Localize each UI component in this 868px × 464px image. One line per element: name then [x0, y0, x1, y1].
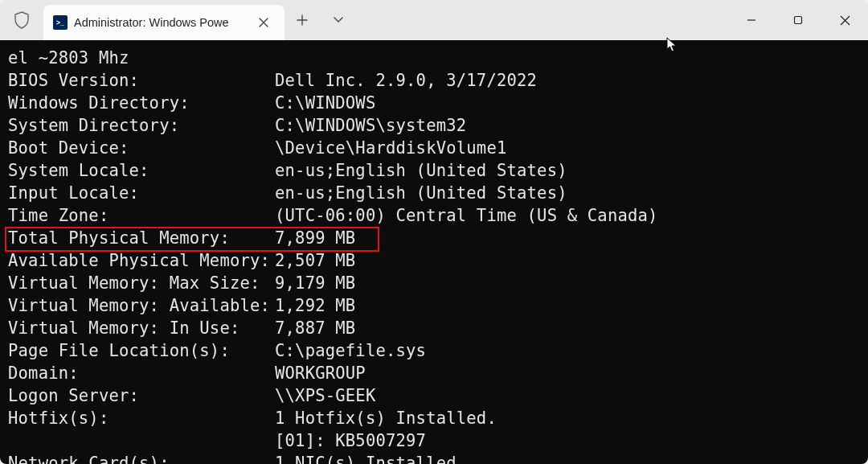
sysinfo-value: \\XPS-GEEK — [275, 384, 375, 407]
sysinfo-value: (UTC-06:00) Central Time (US & Canada) — [275, 204, 658, 227]
sysinfo-label: Virtual Memory: In Use: — [8, 317, 275, 339]
terminal-line: Virtual Memory: In Use:7,887 MB — [8, 317, 860, 339]
terminal-line: Domain:WORKGROUP — [8, 362, 860, 384]
terminal-output[interactable]: el ~2803 MhzBIOS Version:Dell Inc. 2.9.0… — [0, 40, 868, 464]
terminal-line: System Locale:en-us;English (United Stat… — [8, 159, 860, 182]
window-controls — [728, 0, 868, 40]
sysinfo-value: C:\WINDOWS — [275, 92, 375, 114]
terminal-line: Hotfix(s):1 Hotfix(s) Installed. — [8, 407, 860, 429]
sysinfo-value: 1 NIC(s) Installed. — [275, 452, 466, 464]
sysinfo-value: 1 Hotfix(s) Installed. — [275, 407, 497, 429]
plus-icon — [297, 14, 308, 26]
terminal-line: Boot Device:\Device\HarddiskVolume1 — [8, 137, 860, 159]
sysinfo-value: 2,507 MB — [275, 249, 355, 272]
terminal-line: Input Locale:en-us;English (United State… — [8, 182, 860, 204]
sysinfo-value: C:\WINDOWS\system32 — [275, 114, 466, 137]
tab-dropdown-button[interactable] — [321, 17, 356, 23]
sysinfo-label: Virtual Memory: Available: — [8, 294, 275, 317]
close-icon — [259, 18, 268, 27]
minimize-icon — [747, 15, 756, 25]
sysinfo-label: Time Zone: — [8, 204, 275, 227]
sysinfo-label: BIOS Version: — [8, 69, 275, 92]
tab-active[interactable]: >_ Administrator: Windows Powe — [43, 5, 285, 40]
terminal-line: Page File Location(s):C:\pagefile.sys — [8, 339, 860, 362]
terminal-line: Virtual Memory: Available:1,292 MB — [8, 294, 860, 317]
terminal-line: Network Card(s):1 NIC(s) Installed. — [8, 452, 860, 464]
svg-rect-0 — [795, 17, 802, 24]
chevron-down-icon — [334, 17, 343, 23]
sysinfo-label: Boot Device: — [8, 137, 275, 159]
sysinfo-label: Logon Server: — [8, 384, 275, 407]
sysinfo-value: WORKGROUP — [275, 362, 366, 384]
maximize-button[interactable] — [775, 0, 821, 40]
sysinfo-label: Windows Directory: — [8, 92, 275, 114]
sysinfo-label: Virtual Memory: Max Size: — [8, 272, 275, 294]
sysinfo-label: System Directory: — [8, 114, 275, 137]
sysinfo-label: Hotfix(s): — [8, 407, 275, 429]
sysinfo-value: \Device\HarddiskVolume1 — [275, 137, 506, 159]
sysinfo-value: Dell Inc. 2.9.0, 3/17/2022 — [275, 69, 537, 92]
sysinfo-label: Input Locale: — [8, 182, 275, 204]
terminal-line: Virtual Memory: Max Size:9,179 MB — [8, 272, 860, 294]
close-icon — [840, 15, 850, 26]
sysinfo-value: en-us;English (United States) — [275, 182, 567, 204]
tab-close-button[interactable] — [252, 11, 275, 34]
terminal-line: el ~2803 Mhz — [8, 47, 860, 69]
terminal-line: Total Physical Memory:7,899 MB — [8, 227, 860, 249]
sysinfo-label: Domain: — [8, 362, 275, 384]
sysinfo-label: Network Card(s): — [8, 452, 275, 464]
sysinfo-value: [01]: KB5007297 — [275, 429, 426, 452]
terminal-line: BIOS Version:Dell Inc. 2.9.0, 3/17/2022 — [8, 69, 860, 92]
sysinfo-value: 7,899 MB — [275, 227, 355, 249]
new-tab-button[interactable] — [285, 14, 320, 26]
powershell-icon: >_ — [53, 15, 68, 30]
terminal-line: System Directory:C:\WINDOWS\system32 — [8, 114, 860, 137]
shield-icon — [0, 11, 43, 29]
minimize-button[interactable] — [728, 0, 775, 40]
terminal-line: [01]: KB5007297 — [8, 429, 860, 452]
sysinfo-label: Page File Location(s): — [8, 339, 275, 362]
sysinfo-value: 7,887 MB — [275, 317, 355, 339]
sysinfo-value: C:\pagefile.sys — [275, 339, 426, 362]
titlebar-left: >_ Administrator: Windows Powe — [0, 0, 356, 40]
terminal-line: Logon Server:\\XPS-GEEK — [8, 384, 860, 407]
maximize-icon — [793, 15, 803, 25]
sysinfo-value: 9,179 MB — [275, 272, 355, 294]
titlebar[interactable]: >_ Administrator: Windows Powe — [0, 0, 868, 40]
window-close-button[interactable] — [821, 0, 868, 40]
sysinfo-label — [8, 429, 275, 452]
mouse-cursor-icon — [666, 37, 679, 53]
terminal-line: Time Zone:(UTC-06:00) Central Time (US &… — [8, 204, 860, 227]
sysinfo-label: Available Physical Memory: — [8, 249, 275, 272]
terminal-line: Windows Directory:C:\WINDOWS — [8, 92, 860, 114]
sysinfo-value: en-us;English (United States) — [275, 159, 567, 182]
sysinfo-label: Total Physical Memory: — [8, 227, 275, 249]
tab-title: Administrator: Windows Powe — [74, 16, 229, 29]
terminal-line: Available Physical Memory:2,507 MB — [8, 249, 860, 272]
app-window: >_ Administrator: Windows Powe — [0, 0, 868, 464]
sysinfo-label: System Locale: — [8, 159, 275, 182]
sysinfo-value: 1,292 MB — [275, 294, 355, 317]
